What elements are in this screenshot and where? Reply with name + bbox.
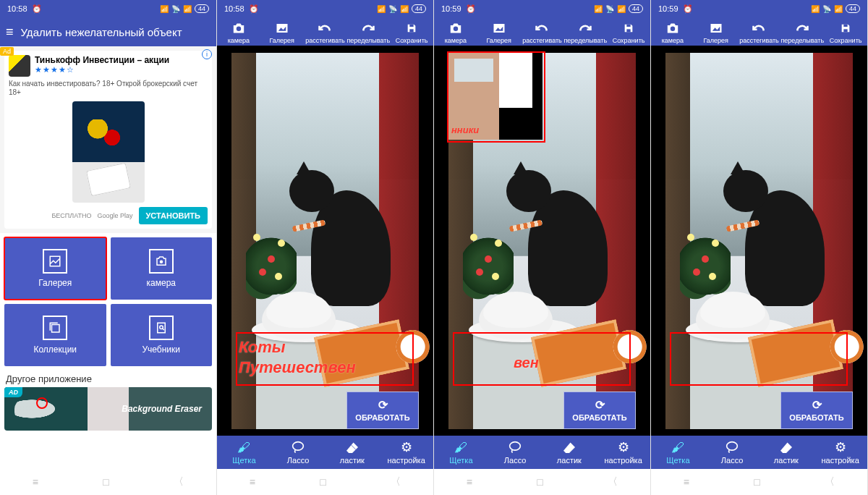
ad-card[interactable]: Тинькофф Инвестиции – акции ★★★★☆ Как на… <box>4 51 212 229</box>
bottom-toolbar: 🖌Щетка Лассо ластик ⚙настройка <box>651 436 867 469</box>
editor-toolbar: камера Галерея расстегивать переделывать… <box>651 17 867 46</box>
tile-collections[interactable]: Коллекции <box>4 304 106 366</box>
tool-eraser[interactable]: ластик <box>542 440 597 465</box>
toolbar-camera[interactable]: камера <box>217 20 260 44</box>
photo-cat <box>528 190 608 306</box>
process-button[interactable]: ⟳ ОБРАБОТАТЬ <box>780 392 853 429</box>
battery-badge: 44 <box>629 4 643 13</box>
ad-store-label: Google Play <box>98 212 133 219</box>
brush-icon: 🖌 <box>237 440 250 454</box>
svg-rect-15 <box>626 29 630 32</box>
nav-back-icon[interactable]: 〈 <box>825 475 835 488</box>
nav-home-icon[interactable]: □ <box>103 476 109 488</box>
tool-settings[interactable]: ⚙ настройка <box>379 440 433 465</box>
svg-point-18 <box>671 27 675 31</box>
nav-home-icon[interactable]: □ <box>537 476 542 488</box>
ad-rating-stars: ★★★★☆ <box>35 65 169 75</box>
svg-rect-9 <box>409 29 413 32</box>
tile-label: Учебники <box>142 344 180 355</box>
tool-settings[interactable]: ⚙настройка <box>596 440 650 465</box>
lasso-icon <box>291 440 305 454</box>
svg-rect-16 <box>626 25 630 27</box>
install-button[interactable]: УСТАНОВИТЬ <box>139 207 208 224</box>
tool-brush[interactable]: 🖌Щетка <box>434 440 488 465</box>
tool-lasso[interactable]: Лассо <box>705 440 760 465</box>
toolbar-save[interactable]: Сохранить <box>607 20 650 44</box>
editor-canvas[interactable]: вен нники ⟳ ОБРАБОТАТЬ <box>434 46 650 436</box>
editor-toolbar: камера Галерея расстегивать переделывать… <box>217 17 433 46</box>
svg-point-6 <box>237 27 241 31</box>
nav-recent-icon[interactable]: ≡ <box>684 476 689 488</box>
nav-recent-icon[interactable]: ≡ <box>250 476 255 488</box>
tool-brush[interactable]: 🖌 Щетка <box>217 440 271 465</box>
undo-icon <box>749 20 769 36</box>
nav-back-icon[interactable]: 〈 <box>391 475 401 488</box>
tool-settings[interactable]: ⚙настройка <box>813 440 867 465</box>
tile-camera[interactable]: камера <box>111 237 213 300</box>
camera-icon <box>229 20 249 36</box>
collections-icon <box>43 316 67 340</box>
nav-back-icon[interactable]: 〈 <box>174 475 184 488</box>
toolbar-save[interactable]: Сохранить <box>824 20 867 44</box>
app-title: Удалить нежелательный объект <box>21 26 182 38</box>
nav-home-icon[interactable]: □ <box>754 476 760 488</box>
highlight-process <box>453 332 631 386</box>
toolbar-redo[interactable]: переделывать <box>563 20 607 44</box>
lasso-icon <box>508 440 522 454</box>
toolbar-camera[interactable]: камера <box>651 20 694 44</box>
status-time: 10:58 <box>7 4 27 13</box>
status-time: 10:58 <box>224 4 244 13</box>
tool-eraser[interactable]: ластик <box>760 440 814 465</box>
toolbar-gallery[interactable]: Галерея <box>694 20 738 44</box>
save-icon <box>835 20 856 36</box>
android-nav-bar: ≡ □ 〈 <box>651 469 867 495</box>
process-button[interactable]: ⟳ ОБРАБОТАТЬ <box>346 392 419 429</box>
ad-corner-badge: AD <box>4 387 22 397</box>
svg-rect-2 <box>52 325 60 333</box>
ad-info-icon[interactable]: i <box>202 49 212 59</box>
gear-icon: ⚙ <box>401 440 412 454</box>
lasso-icon <box>725 440 739 454</box>
toolbar-gallery[interactable]: Галерея <box>260 20 304 44</box>
toolbar-undo[interactable]: расстегивать <box>304 20 347 44</box>
status-bar: 10:59 ⏰ 📶 📡 📶 44 <box>651 0 867 17</box>
toolbar-redo[interactable]: переделывать <box>780 20 824 44</box>
tool-eraser[interactable]: ластик <box>326 440 380 465</box>
toolbar-gallery[interactable]: Галерея <box>477 20 521 44</box>
menu-icon[interactable]: ≡ <box>6 25 14 40</box>
nav-back-icon[interactable]: 〈 <box>608 475 618 488</box>
signal2-icon: 📶 <box>400 5 409 13</box>
other-app-banner[interactable]: AD Background Eraser <box>4 387 212 431</box>
wifi-icon: 📡 <box>822 5 831 13</box>
tool-brush[interactable]: 🖌Щетка <box>651 440 705 465</box>
tool-lasso[interactable]: Лассо <box>271 440 326 465</box>
nav-recent-icon[interactable]: ≡ <box>33 476 38 488</box>
process-button[interactable]: ⟳ ОБРАБОТАТЬ <box>563 392 636 429</box>
signal-icon: 📶 <box>377 5 386 13</box>
redo-icon <box>358 20 378 36</box>
wifi-icon: 📡 <box>388 5 397 13</box>
svg-point-23 <box>727 442 738 450</box>
toolbar-camera[interactable]: камера <box>434 20 477 44</box>
editor-canvas[interactable]: ⟳ ОБРАБОТАТЬ <box>651 46 867 436</box>
search-doc-icon <box>149 316 174 340</box>
editor-canvas[interactable]: Коты Путешествен ⟳ ОБРАБОТАТЬ <box>217 46 433 436</box>
tile-label: камера <box>147 278 176 288</box>
nav-home-icon[interactable]: □ <box>320 476 326 488</box>
screen-editor-mid: 10:59 ⏰ 📶 📡 📶 44 камера Галерея расстеги… <box>434 0 651 495</box>
status-bar: 10:58 ⏰ 📶 📡 📶 44 <box>217 0 433 17</box>
tile-tutorials[interactable]: Учебники <box>111 304 213 366</box>
toolbar-save[interactable]: Сохранить <box>390 20 433 44</box>
status-bar: 10:59 ⏰ 📶 📡 📶 44 <box>434 0 650 17</box>
toolbar-redo[interactable]: переделывать <box>346 20 390 44</box>
toolbar-undo[interactable]: расстегивать <box>521 20 564 44</box>
tool-lasso[interactable]: Лассо <box>488 440 542 465</box>
highlight-result <box>670 332 848 386</box>
status-bar: 10:58 ⏰ 📶 📡 📶 44 <box>0 0 216 17</box>
screen-editor-before: 10:58 ⏰ 📶 📡 📶 44 камера Галерея расстеги… <box>217 0 434 495</box>
gear-icon: ⚙ <box>835 440 846 454</box>
screen-editor-after: 10:59 ⏰ 📶 📡 📶 44 камера Галерея расстеги… <box>651 0 868 495</box>
toolbar-undo[interactable]: расстегивать <box>738 20 781 44</box>
tile-gallery[interactable]: Галерея <box>4 237 106 300</box>
nav-recent-icon[interactable]: ≡ <box>467 476 472 488</box>
